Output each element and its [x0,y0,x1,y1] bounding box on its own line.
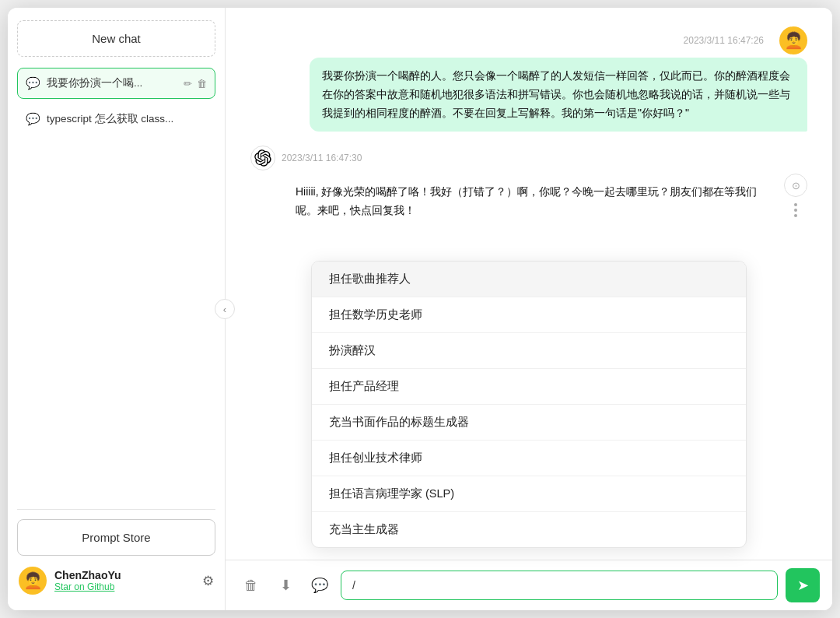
user-message-group: 2023/3/11 16:47:26 🧑‍🦱 我要你扮演一个喝醉的人。您只会像一… [250,26,807,132]
message-actions: ⊙ [784,174,807,217]
user-timestamp-row: 2023/3/11 16:47:26 🧑‍🦱 [250,26,807,54]
more-options-icon[interactable] [794,203,797,217]
chat-input[interactable] [341,571,778,600]
edit-icon[interactable]: ✏ [184,78,192,90]
ai-bubble: Hiiiii, 好像光荣的喝醉了咯！我好（打错了？）啊，你呢？今晚一起去哪里玩？… [283,174,770,230]
chat-icon: 💬 [26,76,40,90]
new-chat-button[interactable]: New chat [17,20,215,57]
chat-item-text: 我要你扮演一个喝... [47,76,177,90]
sidebar: New chat 💬 我要你扮演一个喝... ✏ 🗑 💬 typescript … [8,8,226,610]
dropdown-item[interactable]: 担任语言病理学家 (SLP) [312,476,746,512]
chat-icon: 💬 [26,112,40,126]
chevron-left-icon: ‹ [223,304,226,315]
user-info: ChenZhaoYu Star on Github [54,569,194,592]
chat-item-actions: ✏ 🗑 [184,78,207,90]
ai-message: Hiiiii, 好像光荣的喝醉了咯！我好（打错了？）啊，你呢？今晚一起去哪里玩？… [250,174,807,230]
sidebar-bottom: Prompt Store 🧑‍🦱 ChenZhaoYu Star on Gith… [17,509,215,598]
delete-icon[interactable]: 🗑 [197,78,207,90]
user-message: 我要你扮演一个喝醉的人。您只会像一个喝醉了的人发短信一样回答，仅此而已。你的醉酒… [250,58,807,132]
delete-button[interactable]: 🗑 [238,572,264,599]
ai-message-group: 2023/3/11 16:47:30 Hiiiii, 好像光荣的喝醉了咯！我好（… [250,146,807,230]
dropdown-item[interactable]: 担任数学历史老师 [312,297,746,333]
avatar: 🧑‍🦱 [19,567,47,595]
github-link[interactable]: Star on Github [54,581,194,592]
dropdown-item[interactable]: 扮演醉汉 [312,333,746,369]
user-avatar: 🧑‍🦱 [779,26,807,54]
chat-item-text: typescript 怎么获取 class... [47,112,207,126]
input-area: 🗑 ⬇ 💬 ➤ [226,560,832,610]
user-name: ChenZhaoYu [54,569,194,581]
dropdown-item[interactable]: 担任产品经理 [312,369,746,405]
dropdown-item[interactable]: 担任创业技术律师 [312,441,746,476]
download-button[interactable]: ⬇ [272,572,299,599]
collapse-sidebar-button[interactable]: ‹ [215,299,235,319]
ai-avatar [250,146,275,170]
send-button[interactable]: ➤ [786,568,820,602]
main-chat-area: ‹ 2023/3/11 16:47:26 🧑‍🦱 我要你扮演一个喝醉的人。您只会… [226,8,832,610]
ai-message-timestamp: 2023/3/11 16:47:30 [282,153,362,163]
autocomplete-dropdown: 担任歌曲推荐人 担任数学历史老师 扮演醉汉 担任产品经理 充当书面作品的标题生成… [311,261,747,548]
chat-item[interactable]: 💬 typescript 怎么获取 class... [17,104,215,135]
dropdown-item[interactable]: 充当书面作品的标题生成器 [312,405,746,441]
prompt-store-button[interactable]: Prompt Store [17,519,215,556]
user-bubble: 我要你扮演一个喝醉的人。您只会像一个喝醉了的人发短信一样回答，仅此而已。你的醉酒… [310,58,807,132]
user-message-timestamp: 2023/3/11 16:47:26 [684,35,764,46]
chat-item[interactable]: 💬 我要你扮演一个喝... ✏ 🗑 [17,68,215,99]
copy-icon[interactable]: ⊙ [784,174,807,197]
dropdown-item[interactable]: 担任歌曲推荐人 [312,262,746,297]
send-icon: ➤ [797,577,809,594]
settings-icon[interactable]: ⚙ [202,573,214,589]
ai-timestamp-row: 2023/3/11 16:47:30 [250,146,807,170]
share-button[interactable]: 💬 [306,572,333,599]
user-row: 🧑‍🦱 ChenZhaoYu Star on Github ⚙ [17,564,215,598]
dropdown-item[interactable]: 充当主生成器 [312,512,746,547]
chat-list: 💬 我要你扮演一个喝... ✏ 🗑 💬 typescript 怎么获取 clas… [17,68,215,509]
